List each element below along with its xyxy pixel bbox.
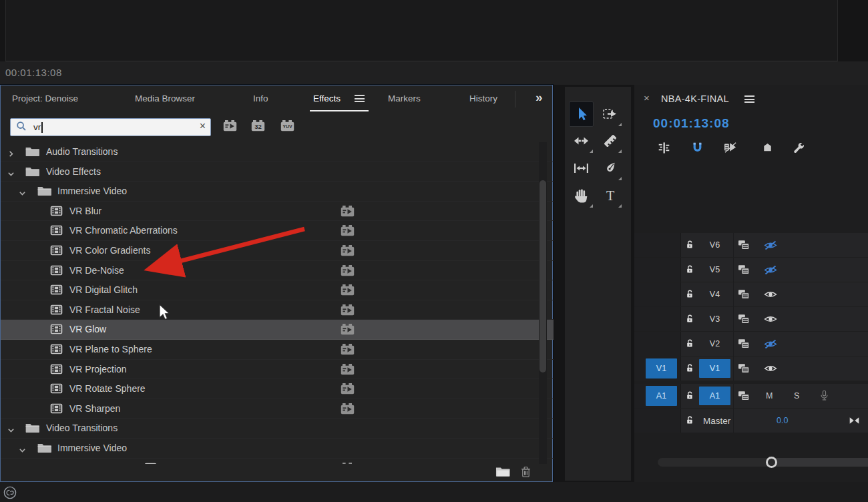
chevron-down-icon[interactable] xyxy=(7,168,15,180)
chevron-down-icon[interactable] xyxy=(19,188,26,200)
razor-tool[interactable] xyxy=(598,128,622,154)
track-lock-icon[interactable] xyxy=(685,239,694,253)
tree-folder-row[interactable]: Video Effects xyxy=(1,162,554,182)
track-name-label[interactable]: V3 xyxy=(699,307,730,331)
tab-media-browser[interactable]: Media Browser xyxy=(135,93,195,103)
timeline-playhead-timecode[interactable]: 00:01:13:08 xyxy=(653,116,730,131)
sync-lock-icon[interactable] xyxy=(738,314,750,327)
slip-tool[interactable] xyxy=(569,156,594,181)
eye-off-icon[interactable] xyxy=(764,240,777,253)
chevron-right-icon[interactable] xyxy=(7,148,15,160)
track-name-label[interactable]: V4 xyxy=(699,282,730,306)
tab-effects[interactable]: Effects xyxy=(313,93,341,103)
track-name-label[interactable]: V6 xyxy=(699,233,730,257)
track-header-v4[interactable]: V4 xyxy=(634,282,868,306)
sync-lock-icon[interactable] xyxy=(738,264,750,278)
snap-icon[interactable] xyxy=(690,140,704,155)
hand-tool[interactable] xyxy=(569,183,594,208)
source-patch-button[interactable]: A1 xyxy=(646,386,677,406)
track-header-v5[interactable]: V5 xyxy=(634,258,868,282)
master-volume-value[interactable]: 0.0 xyxy=(777,409,788,433)
chevron-down-icon[interactable] xyxy=(7,425,15,437)
tree-effect-row[interactable]: VR Blur xyxy=(1,202,554,222)
panel-menu-icon[interactable] xyxy=(355,95,365,103)
sync-lock-icon[interactable] xyxy=(738,240,750,253)
panel-overflow-chevron[interactable]: » xyxy=(535,90,543,105)
eye-off-icon[interactable] xyxy=(764,265,777,278)
type-tool[interactable]: T xyxy=(598,183,622,208)
track-lock-icon[interactable] xyxy=(685,362,694,376)
tree-effect-row[interactable]: VR Glow xyxy=(1,320,554,340)
search-input[interactable]: vr × xyxy=(10,118,211,136)
tree-effect-row[interactable]: VR Chromatic Aberrations xyxy=(1,221,554,241)
tab-history[interactable]: History xyxy=(469,93,497,103)
tab-markers[interactable]: Markers xyxy=(388,93,421,103)
track-header-v3[interactable]: V3 xyxy=(634,307,868,331)
mute-button[interactable]: M xyxy=(766,384,773,408)
tree-folder-row[interactable]: Immersive Video xyxy=(1,439,554,459)
track-select-forward-tool[interactable] xyxy=(598,101,622,127)
selection-tool[interactable] xyxy=(569,101,594,127)
track-name-label[interactable]: V5 xyxy=(699,258,730,282)
sync-lock-icon[interactable] xyxy=(738,363,750,376)
tree-effect-row[interactable]: VR Sharpen xyxy=(1,399,554,419)
nest-insert-icon[interactable] xyxy=(656,140,671,155)
tree-folder-row[interactable]: Immersive Video xyxy=(1,182,554,202)
track-lock-icon[interactable] xyxy=(685,415,694,429)
yuv-effects-filter-icon[interactable]: YUV xyxy=(280,120,294,134)
track-lock-icon[interactable] xyxy=(685,264,694,278)
tree-folder-row[interactable]: Video Transitions xyxy=(1,419,554,439)
collapse-track-icon[interactable] xyxy=(848,415,861,429)
track-lock-icon[interactable] xyxy=(685,338,694,352)
solo-button[interactable]: S xyxy=(794,384,799,408)
pen-tool[interactable] xyxy=(598,156,622,181)
delete-custom-item-button[interactable] xyxy=(521,466,531,481)
panel-menu-icon[interactable] xyxy=(744,95,754,103)
program-monitor-timecode[interactable]: 00:01:13:08 xyxy=(5,67,62,78)
tab-info[interactable]: Info xyxy=(253,93,268,103)
ripple-edit-tool[interactable] xyxy=(569,128,594,154)
track-name-label[interactable]: V2 xyxy=(699,332,730,356)
clear-search-icon[interactable]: × xyxy=(200,120,206,132)
timeline-tab-title[interactable]: NBA-4K-FINAL xyxy=(661,93,729,104)
tree-folder-row[interactable]: Audio Transitions xyxy=(1,142,554,162)
track-lock-icon[interactable] xyxy=(685,390,694,404)
tree-effect-row[interactable]: VR Projection xyxy=(1,360,554,380)
track-target-button[interactable]: A1 xyxy=(699,387,730,405)
track-header-v1[interactable]: V1V1 xyxy=(634,356,868,381)
tree-effect-row[interactable]: VR Plane to Sphere xyxy=(1,340,554,360)
eye-icon[interactable] xyxy=(764,364,777,376)
tab-project[interactable]: Project: Denoise xyxy=(12,93,78,103)
tree-effect-row[interactable]: VR Rotate Sphere xyxy=(1,379,554,399)
tree-scrollbar-thumb[interactable] xyxy=(539,180,546,372)
track-header-master[interactable]: Master0.0 xyxy=(634,409,868,433)
timeline-settings-icon[interactable] xyxy=(792,140,807,155)
track-header-v2[interactable]: V2 xyxy=(634,332,868,356)
timeline-zoom-scrollbar-range[interactable] xyxy=(771,458,868,467)
32bit-color-filter-icon[interactable]: 32 xyxy=(251,120,265,134)
linked-selection-icon[interactable] xyxy=(723,140,738,155)
tree-effect-row[interactable]: VR Digital Glitch xyxy=(1,280,554,300)
tree-effect-row[interactable]: VR De-Noise xyxy=(1,261,554,281)
track-header-a1[interactable]: A1A1MS xyxy=(634,384,868,408)
close-panel-icon[interactable]: × xyxy=(644,92,650,103)
accelerated-effects-filter-icon[interactable] xyxy=(223,120,237,134)
tree-effect-row[interactable]: VR Color Gradients xyxy=(1,241,554,261)
sync-lock-icon[interactable] xyxy=(738,338,750,352)
chevron-down-icon[interactable] xyxy=(19,445,26,457)
new-custom-bin-button[interactable] xyxy=(495,466,510,480)
timeline-zoom-scrollbar-handle[interactable] xyxy=(766,457,777,468)
sync-lock-icon[interactable] xyxy=(738,391,750,404)
add-marker-icon[interactable] xyxy=(760,140,775,155)
track-target-button[interactable]: V1 xyxy=(699,359,730,378)
track-lock-icon[interactable] xyxy=(685,288,694,302)
track-header-v6[interactable]: V6 xyxy=(634,233,868,257)
tree-effect-row[interactable]: VR Fractal Noise xyxy=(1,300,554,320)
voiceover-record-icon[interactable] xyxy=(819,390,830,404)
eye-off-icon[interactable] xyxy=(764,339,777,352)
source-patch-button[interactable]: V1 xyxy=(646,358,677,379)
eye-icon[interactable] xyxy=(764,290,777,302)
eye-icon[interactable] xyxy=(764,314,777,326)
track-lock-icon[interactable] xyxy=(685,313,694,327)
sync-lock-icon[interactable] xyxy=(738,289,750,302)
